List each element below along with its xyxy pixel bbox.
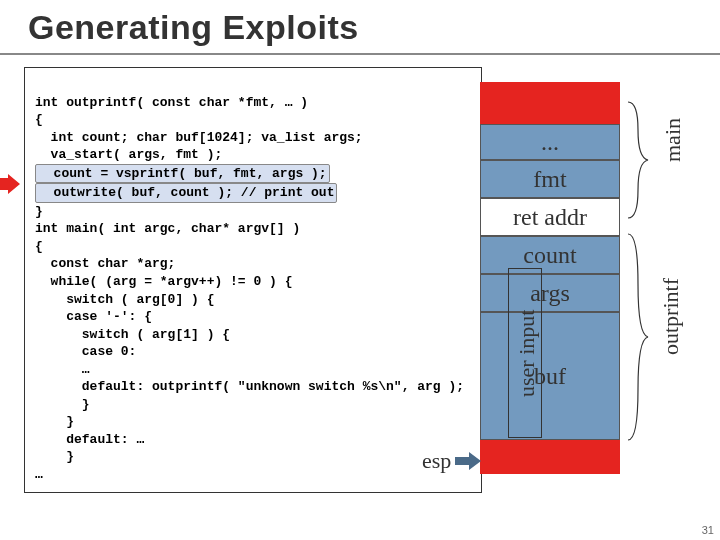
slide-title: Generating Exploits [0, 0, 720, 55]
code-line: int count; char buf[1024]; va_list args; [35, 130, 363, 145]
brace-main [624, 100, 656, 220]
code-line: … [35, 467, 43, 482]
stack-diagram: ... fmt ret addr count args buf [480, 82, 648, 474]
code-listing: int outprintf( const char *fmt, … ) { in… [24, 67, 482, 493]
code-line-highlighted: count = vsprintf( buf, fmt, args ); [35, 164, 330, 184]
code-line: while( (arg = *argv++) != 0 ) { [35, 274, 292, 289]
code-line: switch ( arg[0] ) { [35, 292, 214, 307]
stack-cell-fmt: fmt [480, 160, 620, 198]
stack-cell-count: count [480, 236, 620, 274]
label-main: main [660, 118, 686, 162]
code-line: default: … [35, 432, 144, 447]
svg-marker-1 [455, 452, 481, 470]
label-user-input: user input [514, 278, 540, 428]
arrow-right-icon [455, 452, 481, 470]
code-line: const char *arg; [35, 256, 175, 271]
code-line: va_start( args, fmt ); [35, 147, 222, 162]
code-line: case '-': { [35, 309, 152, 324]
code-line: } [35, 414, 74, 429]
slide-number: 31 [702, 524, 714, 536]
code-line: switch ( arg[1] ) { [35, 327, 230, 342]
code-line: int outprintf( const char *fmt, … ) [35, 95, 308, 110]
brace-outprintf [624, 232, 656, 442]
code-line: { [35, 239, 43, 254]
code-line-highlighted: outwrite( buf, count ); // print out [35, 183, 337, 203]
stack-cell-args: args [480, 274, 620, 312]
code-line: case 0: [35, 344, 136, 359]
code-line: … [35, 362, 90, 377]
code-line: } [35, 204, 43, 219]
stack-cell-buf: buf [480, 312, 620, 440]
code-line: int main( int argc, char* argv[] ) [35, 221, 300, 236]
code-line: } [35, 449, 74, 464]
code-line: } [35, 397, 90, 412]
code-line: default: outprintf( "unknown switch %s\n… [35, 379, 464, 394]
code-line: { [35, 112, 43, 127]
esp-text: esp [422, 448, 451, 474]
label-outprintf: outprintf [658, 278, 684, 355]
stack-cell-ret: ret addr [480, 198, 620, 236]
label-esp: esp [422, 448, 481, 474]
stack-cell-dots: ... [480, 124, 620, 160]
